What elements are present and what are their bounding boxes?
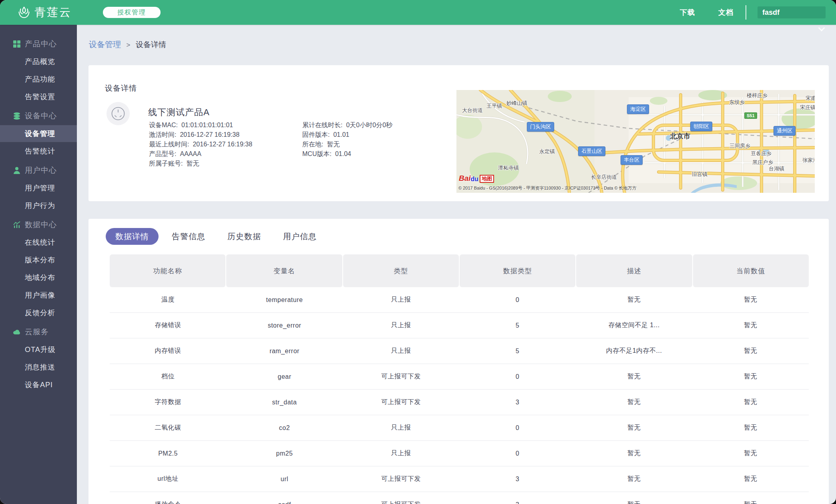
- lotus-icon: [17, 5, 31, 20]
- device-field: 产品型号:AAAAA: [149, 149, 252, 159]
- map-place-label: 潭柘寺镇: [498, 164, 519, 172]
- table-row: 存储错误store_error只上报5存储空间不足 1...暂无: [110, 313, 809, 338]
- map-place-label: 豆各庄乡: [751, 150, 772, 157]
- sidebar-item[interactable]: 设备管理: [0, 125, 77, 142]
- table-cell: 暂无: [576, 287, 692, 312]
- table-cell: 暂无: [576, 441, 692, 466]
- table-cell: 暂无: [692, 364, 809, 389]
- field-value: 2016-12-27 16:19:38: [180, 131, 239, 138]
- account-search-input[interactable]: [758, 6, 826, 18]
- table-cell: co2: [226, 415, 343, 440]
- baidu-map-logo: Baidu地图: [459, 172, 494, 183]
- table-cell: 暂无: [692, 287, 809, 312]
- field-label: MCU版本:: [302, 150, 332, 157]
- map-road-badge: S51: [744, 112, 757, 119]
- tabs: 数据详情告警信息历史数据用户信息: [106, 228, 317, 245]
- table-cell: 3: [459, 492, 576, 504]
- table-cell: 暂无: [692, 415, 809, 440]
- map-district-label: 石景山区: [578, 146, 605, 156]
- table-cell: 暂无: [692, 390, 809, 415]
- table-cell: 只上报: [343, 415, 459, 440]
- table-cell: 暂无: [692, 313, 809, 338]
- sidebar-section-user-center[interactable]: 用户中心: [0, 162, 77, 179]
- map-place-label: 旧宫镇: [692, 171, 707, 178]
- table-cell: 0: [459, 441, 576, 466]
- table-cell: 暂无: [692, 466, 809, 492]
- sidebar-item[interactable]: 在线统计: [0, 234, 77, 251]
- device-field: 激活时间:2016-12-27 16:19:38: [149, 130, 252, 140]
- sidebar-item[interactable]: OTA升级: [0, 341, 77, 358]
- auth-manage-button[interactable]: 授权管理: [103, 7, 161, 18]
- sidebar-item[interactable]: 用户行为: [0, 197, 77, 214]
- baidu-logo-du: du: [471, 176, 479, 183]
- sidebar-item[interactable]: 版本分布: [0, 251, 77, 269]
- sidebar-item[interactable]: 地域分布: [0, 269, 77, 286]
- table-cell: 暂无: [692, 441, 809, 466]
- sidebar-section-device-center[interactable]: 设备中心: [0, 107, 77, 125]
- tab-item[interactable]: 历史数据: [227, 231, 261, 242]
- tab-item[interactable]: 用户信息: [283, 231, 317, 242]
- download-link[interactable]: 下载: [680, 8, 695, 17]
- sidebar-item[interactable]: 产品概览: [0, 53, 77, 70]
- table-cell: 内存不足1内存不...: [576, 338, 692, 364]
- field-value: 01.01: [333, 131, 349, 138]
- table-cell: pm25: [226, 441, 343, 466]
- sidebar-item[interactable]: 消息推送: [0, 358, 77, 376]
- map-place-label: 宋庄镇: [800, 104, 815, 111]
- sidebar-section-data-center[interactable]: 数据中心: [0, 216, 77, 234]
- top-bar: 青莲云 授权管理 下载 文档: [0, 0, 836, 25]
- table-header-cell: 数据类型: [460, 254, 575, 287]
- map-place-label: 长辛店街道: [591, 174, 617, 181]
- data-points-table: 功能名称变量名类型数据类型描述当前数值温度temperature只上报0暂无暂无…: [110, 254, 809, 504]
- breadcrumb-current: 设备详情: [136, 40, 166, 49]
- table-cell: 存储空间不足 1...: [576, 313, 692, 338]
- sidebar-item[interactable]: 告警统计: [0, 142, 77, 160]
- device-type-icon: [107, 102, 130, 125]
- breadcrumb-device-management[interactable]: 设备管理: [89, 40, 121, 49]
- table-cell: 3: [459, 466, 576, 492]
- sidebar-section-cloud-service[interactable]: 云服务: [0, 323, 77, 341]
- sidebar-item[interactable]: 设备API: [0, 376, 77, 394]
- table-cell: 只上报: [343, 441, 459, 466]
- sidebar-section-product-center[interactable]: 产品中心: [0, 35, 77, 53]
- table-header-cell: 功能名称: [110, 254, 225, 287]
- map-district-label: 朝阳区: [690, 122, 712, 131]
- sidebar-item[interactable]: 用户管理: [0, 179, 77, 197]
- table-cell: str_data: [226, 390, 343, 415]
- table-cell: 暂无: [692, 338, 809, 364]
- sidebar-item[interactable]: 告警设置: [0, 88, 77, 106]
- field-value: 2016-12-27 16:19:38: [193, 141, 252, 148]
- field-label: 所在地:: [302, 141, 323, 148]
- table-cell: store_error: [226, 313, 343, 338]
- map-place-label: 台湖镇: [769, 165, 784, 172]
- field-label: 产品型号:: [149, 150, 176, 157]
- field-value: 01.04: [335, 150, 351, 157]
- tab-item[interactable]: 告警信息: [172, 231, 205, 242]
- sidebar-section-label: 云服务: [25, 327, 49, 337]
- device-detail-card: 设备详情 线下测试产品A 设备MAC:01:01:01:01:01:01 激活时…: [88, 65, 829, 201]
- table-cell: 暂无: [576, 415, 692, 440]
- sidebar-item[interactable]: 反馈分析: [0, 304, 77, 322]
- tab-active[interactable]: 数据详情: [106, 228, 159, 245]
- map-place-label: 妙峰山镇: [506, 100, 527, 107]
- table-cell: 播放命令: [110, 492, 226, 504]
- sidebar: 产品中心 产品概览产品功能告警设置 设备中心 设备管理告警统计 用户中心 用户管…: [0, 25, 77, 504]
- table-cell: 3: [459, 390, 576, 415]
- table-cell: 只上报: [343, 287, 459, 312]
- breadcrumb: 设备管理 > 设备详情: [89, 39, 166, 50]
- sidebar-item[interactable]: 产品功能: [0, 70, 77, 88]
- sidebar-section-label: 产品中心: [25, 39, 57, 49]
- docs-link[interactable]: 文档: [718, 8, 734, 17]
- map-attribution: © 2017 Baidu - GS(2016)2089号 - 甲测资字11009…: [458, 185, 637, 191]
- table-row: 播放命令asdf可上报可下发3暂无暂无: [110, 492, 809, 504]
- table-row: 二氧化碳co2只上报0暂无暂无: [110, 415, 809, 441]
- breadcrumb-separator: >: [127, 41, 131, 49]
- baidu-map[interactable]: 北京市S51海淀区门头沟区石景山区朝阳区通州区丰台区妙峰山镇王平镇大台街道永定镇…: [456, 90, 815, 193]
- device-fields-left: 设备MAC:01:01:01:01:01:01 激活时间:2016-12-27 …: [149, 120, 252, 168]
- sidebar-item[interactable]: 用户画像: [0, 286, 77, 304]
- map-district-label: 通州区: [774, 126, 796, 136]
- table-cell: 档位: [110, 364, 226, 389]
- map-district-label: 丰台区: [621, 155, 643, 165]
- logo[interactable]: 青莲云: [17, 5, 72, 20]
- device-field: 最近上线时间:2016-12-27 16:19:38: [149, 140, 252, 149]
